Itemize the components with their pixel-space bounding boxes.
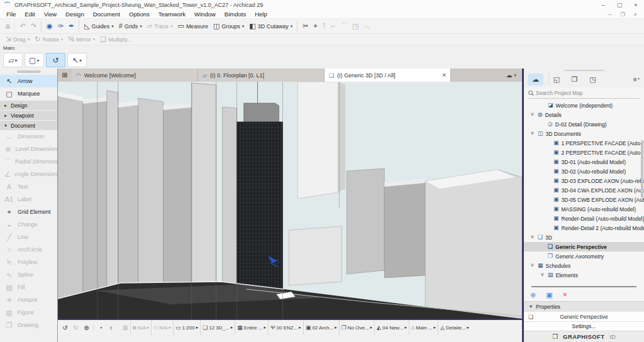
trace-button[interactable]: ▱ Trace ▾	[145, 20, 175, 32]
tree-item[interactable]: ▣ 3D-05 CWB EXPLODE AXON (Auto-rebuild M…	[524, 195, 644, 204]
tab-floorplan[interactable]: ▱ (I) 0. Floorplan [0. L1]	[198, 69, 325, 82]
tree-item[interactable]: ▣ 3D-01 (Auto-rebuild Model)	[524, 157, 644, 167]
tab-generic-3d[interactable]: ❏ (I) Generic 3D [3D / All] ×	[325, 69, 451, 82]
toolbox-item[interactable]: ▸ Design	[0, 101, 57, 110]
tree-item[interactable]: ▣ MASSING (Auto-rebuild Model)	[524, 204, 644, 214]
toolbox-item[interactable]: ○ Arc/Circle	[0, 243, 57, 256]
tree-item[interactable]: ˅ ▦ Schedules	[524, 261, 644, 270]
graphisoft-id-button[interactable]: ❐ GRAPHISOFT ID	[524, 331, 644, 342]
tree-item[interactable]: ▣ Render-Detail 2 (Auto-rebuild Model)	[524, 223, 644, 233]
rotate-button[interactable]: ↻ Rotate ▾	[32, 33, 65, 45]
toolbox-item[interactable]: ❐ Drawing	[0, 319, 57, 331]
split-button[interactable]: ✂	[297, 20, 311, 32]
doc-close-button[interactable]: ×	[629, 11, 641, 18]
layout-book-panel-icon[interactable]: ❐	[567, 74, 582, 86]
origin-chip[interactable]: Ψ 00 ENZ... ▸	[268, 320, 303, 335]
layer-combination-chip[interactable]: ❏ 12 3D_... ▸	[200, 320, 235, 335]
drag-button[interactable]: ⇲ Drag ▾	[3, 33, 32, 45]
toolbox-item[interactable]: ⌒ Radial Dimension	[0, 155, 57, 168]
structure-display-chip[interactable]: ▦ Entire ... ▸	[235, 320, 268, 335]
tree-expander-icon[interactable]: ˅	[530, 234, 535, 240]
adjust-button[interactable]: ⌖	[311, 20, 320, 32]
panel-menu-button[interactable]: ≡ ‣	[633, 76, 640, 83]
toolbox-item[interactable]: ✳ Hotspot	[0, 294, 57, 306]
tree-scrollbar[interactable]	[641, 140, 643, 198]
toolbox-scroll-handle[interactable]	[17, 70, 41, 73]
toolbox-item[interactable]: ⊕ Level Dimension	[0, 143, 57, 155]
undo-button[interactable]: ↶	[14, 20, 28, 32]
fit-in-window-icon[interactable]: ⊠	[118, 324, 130, 331]
explore-icon[interactable]: ♀	[106, 324, 116, 331]
redo-button[interactable]: ↷	[28, 20, 39, 32]
graphic-override-chip[interactable]: ❐ No Ove... ▸	[339, 320, 374, 335]
tab-welcome[interactable]: ◠ Welcome [Welcome]	[72, 69, 198, 82]
groups-button[interactable]: ◫ Groups ▾	[211, 20, 247, 32]
orbit-icon[interactable]: ◔	[93, 324, 106, 331]
cutaway-button[interactable]: ◧ 3D Cutaway ▾	[247, 20, 295, 32]
menu-item[interactable]: View	[40, 11, 61, 18]
project-map-panel-icon[interactable]: ☁	[528, 74, 543, 86]
doc-minimize-button[interactable]: –	[604, 11, 616, 18]
orbit-tool-button[interactable]: ↺	[46, 53, 65, 67]
toolbox-item[interactable]: ▨ Fill	[0, 281, 57, 294]
guides-button[interactable]: ◺ Guides ▾	[79, 20, 116, 32]
settings-button[interactable]: Settings...	[524, 321, 644, 331]
toolbox-item[interactable]: ↖ Arrow	[0, 75, 57, 87]
renovation-filter-chip[interactable]: ⌂ Main ... ▸	[409, 320, 438, 335]
tree-expander-icon[interactable]: ˅	[530, 112, 535, 118]
menu-item[interactable]: Options	[125, 11, 154, 18]
sun-position-chip[interactable]: ◇ N/A ▸	[151, 320, 173, 335]
menu-item[interactable]: Bimdots	[220, 11, 250, 18]
marquee-multi-tool-button[interactable]: ▱ ▸	[3, 53, 23, 67]
resize-button[interactable]: ◳	[350, 20, 361, 32]
toolbox-item[interactable]: ◒ Change	[0, 218, 57, 231]
marquee-tool-button[interactable]: ▢ ▸	[25, 53, 44, 67]
scale-chip[interactable]: ▭ 1:200 ▸	[173, 320, 200, 335]
tree-item[interactable]: ◪ Welcome (Independent)	[524, 101, 644, 110]
toolbox-item[interactable]: ∠ Angle Dimension	[0, 168, 57, 180]
add-viewpoint-icon[interactable]: ⊕	[530, 292, 536, 299]
intersect-button[interactable]: ⊺	[320, 20, 329, 32]
toolbox-item[interactable]: ▢ Marquee	[0, 87, 57, 100]
viewpoint-settings-icon[interactable]: ▣	[546, 292, 552, 299]
tree-item[interactable]: ▣ 3D-04 CWA EXPLODE AXON (Auto-rebuild M…	[524, 185, 644, 195]
toolbox-item[interactable]: A1 Label	[0, 193, 57, 206]
tree-item[interactable]: ❏ Generic Perspective	[524, 242, 644, 251]
menu-item[interactable]: Window	[190, 11, 220, 18]
measure-button[interactable]: ▭ Measure	[175, 20, 210, 32]
arrow-tool-button[interactable]: ↖ ▸	[67, 53, 87, 67]
tree-item[interactable]: ▣ 3D-02 (Auto-rebuild Model)	[524, 167, 644, 176]
toolbox-item[interactable]: ∿ Spline	[0, 268, 57, 281]
toolbox-item[interactable]: A Text	[0, 180, 57, 193]
menu-item[interactable]: File	[2, 11, 20, 18]
zoom-next-icon[interactable]: ↻	[70, 324, 81, 331]
tree-item[interactable]: ◶ D-02 Detail (Drawing)	[524, 119, 644, 129]
toolbox-item[interactable]: ▸ Viewpoint	[0, 111, 57, 120]
maximize-button[interactable]: ▢	[611, 0, 628, 10]
tree-item[interactable]: ▣ Render-Detail (Auto-rebuild Model)	[524, 214, 644, 223]
menu-item[interactable]: Help	[250, 11, 272, 18]
model-view-options-chip[interactable]: ◭ 04 New... ▸	[374, 320, 409, 335]
home-button[interactable]: ⌂	[3, 20, 13, 32]
tree-item[interactable]: ❐ Generic Axonometry	[524, 251, 644, 261]
quick-options-icon[interactable]: ⊞	[58, 69, 72, 82]
pen-set-chip[interactable]: ▣ 02 Arch... ▸	[303, 320, 339, 335]
tree-expander-icon[interactable]: ˅	[530, 131, 535, 136]
detail-level-chip[interactable]: ◬ Detaile... ▸	[438, 320, 471, 335]
menu-item[interactable]: Teamwork	[154, 11, 190, 18]
multiply-button[interactable]: ❑ Multiply...	[97, 33, 134, 45]
tree-item[interactable]: ˅ ◍ Details	[524, 110, 644, 119]
pick-color-button[interactable]: ✒	[66, 20, 77, 32]
toolbox-item[interactable]: ↔ Dimension	[0, 130, 57, 143]
grids-button[interactable]: # Grids ▾	[116, 20, 145, 32]
tree-expander-icon[interactable]: ˅	[540, 272, 545, 278]
properties-section-header[interactable]: ▾ Properties	[524, 301, 644, 311]
tree-expander-icon[interactable]: ˅	[530, 263, 535, 268]
tree-item[interactable]: ˅ ▤ Elements	[524, 270, 644, 280]
tree-item[interactable]: ▣ 2 PERSPECTIVE FACADE (Auto-rebuild Mod…	[524, 148, 644, 157]
toolbox-item[interactable]: ⌖ Grid Element	[0, 206, 57, 218]
trim-button[interactable]: ⌐	[328, 20, 337, 32]
mirror-button[interactable]: % Mirror ▾	[66, 33, 98, 45]
toolbox-item[interactable]: ╱ Line	[0, 231, 57, 243]
zoom-previous-icon[interactable]: ↺	[60, 324, 70, 331]
